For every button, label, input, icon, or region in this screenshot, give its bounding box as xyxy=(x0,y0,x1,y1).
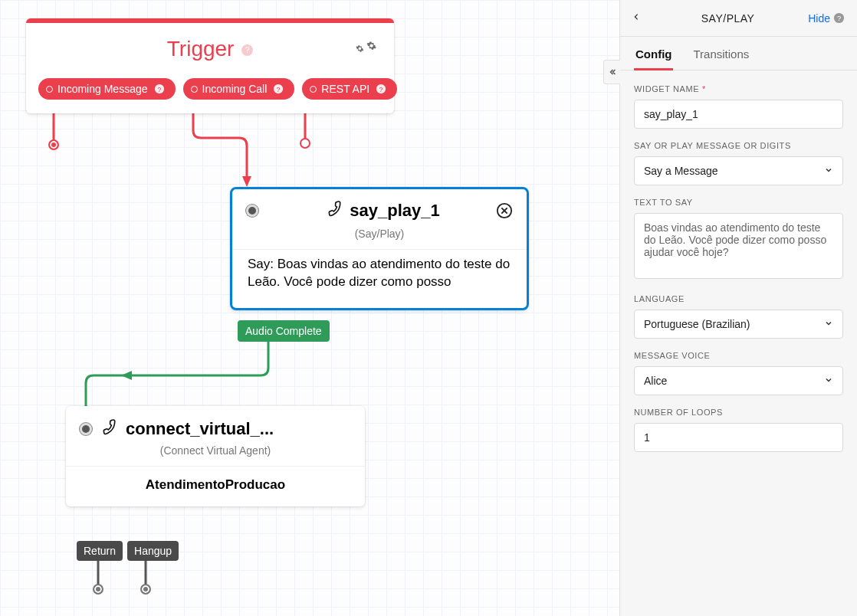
svg-text:?: ? xyxy=(245,46,250,54)
close-icon[interactable] xyxy=(496,202,513,219)
drag-handle[interactable] xyxy=(80,423,92,435)
outlet-return[interactable]: Return xyxy=(77,541,123,561)
hide-label: Hide xyxy=(808,12,830,25)
trigger-outlets: Incoming Message ? Incoming Call ? REST … xyxy=(26,69,394,113)
widget-subtitle: (Connect Virtual Agent) xyxy=(66,443,365,466)
say-play-widget[interactable]: say_play_1 (Say/Play) Say: Boas vindas a… xyxy=(230,187,529,310)
connect-outlets: Return Hangup xyxy=(77,541,179,561)
widget-subtitle: (Say/Play) xyxy=(232,224,527,249)
svg-text:?: ? xyxy=(379,86,383,93)
language-select[interactable]: Portuguese (Brazilian) xyxy=(634,310,843,339)
trigger-title: Trigger xyxy=(167,37,235,61)
svg-marker-1 xyxy=(121,371,132,380)
endpoint-return[interactable] xyxy=(93,584,103,595)
phone-icon xyxy=(101,418,118,440)
endpoint-rest-api[interactable] xyxy=(300,138,310,149)
select-value: Say a Message xyxy=(644,165,718,177)
voice-select[interactable]: Alice xyxy=(634,366,843,395)
outlet-label: REST API xyxy=(321,83,369,95)
chevron-down-icon xyxy=(824,375,833,387)
connector-dot xyxy=(310,86,317,93)
outlet-label: Incoming Call xyxy=(202,83,268,95)
flow-canvas[interactable]: Trigger ? Incoming Message ? Incoming Ca… xyxy=(0,0,619,616)
gear-icon[interactable] xyxy=(356,37,379,61)
drag-handle[interactable] xyxy=(246,205,258,217)
help-icon[interactable]: ? xyxy=(833,12,845,24)
connect-virtual-agent-widget[interactable]: connect_virtual_... (Connect Virtual Age… xyxy=(66,406,365,506)
transition-audio-complete[interactable]: Audio Complete xyxy=(238,320,330,342)
svg-text:?: ? xyxy=(157,86,161,93)
text-to-say-input[interactable] xyxy=(634,213,843,279)
back-button[interactable] xyxy=(632,11,648,26)
config-panel: SAY/PLAY Hide ? Config Transitions WIDGE… xyxy=(619,0,857,616)
svg-text:?: ? xyxy=(277,86,281,93)
label-msg-type: SAY OR PLAY MESSAGE OR DIGITS xyxy=(634,141,843,150)
label-voice: MESSAGE VOICE xyxy=(634,351,843,360)
endpoint-incoming-message[interactable] xyxy=(48,139,59,150)
widget-body: AtendimentoProducao xyxy=(66,466,365,506)
outlet-incoming-call[interactable]: Incoming Call ? xyxy=(183,78,295,100)
trigger-widget[interactable]: Trigger ? Incoming Message ? Incoming Ca… xyxy=(26,18,394,113)
widget-title: connect_virtual_... xyxy=(101,418,351,440)
connector-dot xyxy=(46,86,53,93)
message-type-select[interactable]: Say a Message xyxy=(634,156,843,185)
connector-dot xyxy=(191,86,198,93)
help-icon[interactable]: ? xyxy=(376,84,386,94)
help-icon[interactable]: ? xyxy=(154,84,165,94)
chevron-down-icon xyxy=(824,318,833,330)
tab-transitions[interactable]: Transitions xyxy=(691,37,750,70)
label-language: LANGUAGE xyxy=(634,294,843,303)
outlet-label: Incoming Message xyxy=(57,83,148,95)
select-value: Alice xyxy=(644,375,667,387)
phone-icon xyxy=(327,200,343,221)
trigger-header: Trigger ? xyxy=(26,23,394,69)
loops-input[interactable] xyxy=(634,423,843,452)
select-value: Portuguese (Brazilian) xyxy=(644,318,750,330)
label-text-to-say: TEXT TO SAY xyxy=(634,198,843,207)
label-widget-name: WIDGET NAME * xyxy=(634,84,843,93)
widget-body: Say: Boas vindas ao atendimento do teste… xyxy=(232,249,527,308)
endpoint-hangup[interactable] xyxy=(140,584,151,595)
widget-name-input[interactable] xyxy=(634,100,843,129)
panel-title: SAY/PLAY xyxy=(648,12,808,25)
outlet-rest-api[interactable]: REST API ? xyxy=(302,78,397,100)
tab-config[interactable]: Config xyxy=(634,37,673,70)
panel-tabs: Config Transitions xyxy=(620,37,857,70)
label-loops: NUMBER OF LOOPS xyxy=(634,408,843,417)
outlet-hangup[interactable]: Hangup xyxy=(127,541,179,561)
widget-title-text: connect_virtual_... xyxy=(126,419,274,439)
widget-title-text: say_play_1 xyxy=(350,201,439,221)
chevron-down-icon xyxy=(824,165,833,177)
collapse-panel-button[interactable] xyxy=(603,60,620,84)
svg-marker-0 xyxy=(242,176,251,187)
svg-text:?: ? xyxy=(837,15,841,22)
hide-button[interactable]: Hide ? xyxy=(808,12,845,25)
widget-title: say_play_1 xyxy=(271,200,496,221)
outlet-incoming-message[interactable]: Incoming Message ? xyxy=(38,78,176,100)
help-icon[interactable]: ? xyxy=(273,84,284,94)
help-icon[interactable]: ? xyxy=(241,44,253,56)
config-form: WIDGET NAME * SAY OR PLAY MESSAGE OR DIG… xyxy=(620,70,857,466)
